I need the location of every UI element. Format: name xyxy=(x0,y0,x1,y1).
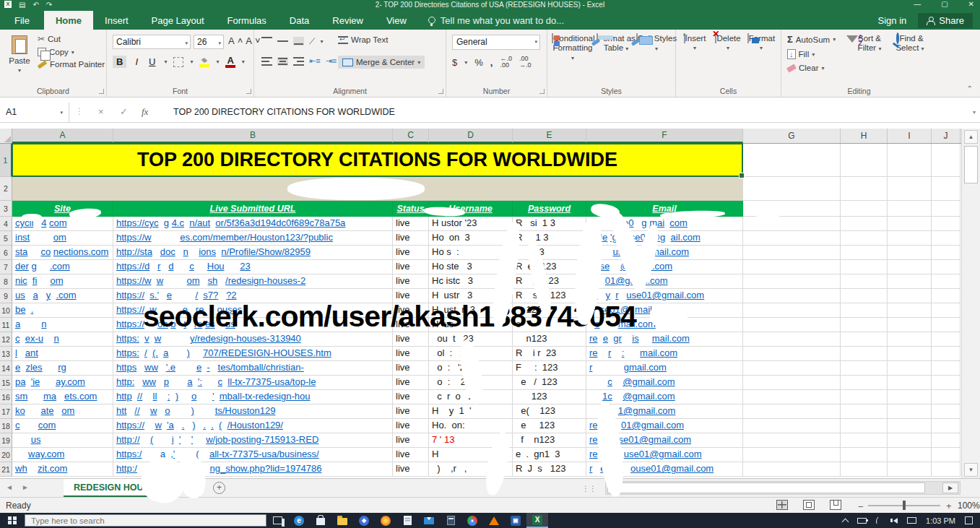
empty-cell[interactable] xyxy=(932,347,961,361)
name-box[interactable]: A1▾ xyxy=(0,103,69,122)
site-cell[interactable]: us xyxy=(12,433,113,448)
conditional-formatting-button[interactable]: Conditional Formatting ▾ xyxy=(552,34,594,63)
bold-button[interactable]: B xyxy=(113,56,126,68)
borders-button[interactable] xyxy=(173,57,183,67)
url-cell[interactable]: https:// w 'a . ) . . ( /Houston129/ xyxy=(113,419,393,433)
column-header-D[interactable]: D xyxy=(429,129,513,143)
chrome-button[interactable] xyxy=(461,513,483,528)
empty-cell[interactable] xyxy=(932,201,961,217)
row-header-10[interactable]: 10 xyxy=(0,303,12,318)
row-header-14[interactable]: 14 xyxy=(0,361,12,376)
empty-cell[interactable] xyxy=(743,144,841,177)
site-cell[interactable]: be . xyxy=(12,303,113,318)
row-header-8[interactable]: 8 xyxy=(0,274,12,289)
email-cell[interactable]: c @gmail.com xyxy=(586,376,743,390)
number-dialog-launcher[interactable] xyxy=(539,89,545,94)
empty-cell[interactable] xyxy=(888,390,932,404)
row-header-16[interactable]: 16 xyxy=(0,390,12,404)
status-cell[interactable]: live xyxy=(393,347,429,361)
empty-cell[interactable] xyxy=(841,419,888,433)
status-cell[interactable]: live xyxy=(393,404,429,419)
file-explorer-button[interactable] xyxy=(331,513,353,528)
cut-button[interactable]: ✂Cut xyxy=(38,34,105,44)
font-dialog-launcher[interactable] xyxy=(246,89,251,94)
empty-cell[interactable] xyxy=(888,332,932,347)
empty-cell[interactable] xyxy=(743,318,841,332)
firefox-button[interactable] xyxy=(375,513,396,528)
password-cell[interactable]: n123 xyxy=(513,332,586,347)
format-cells-button[interactable]: Format▾ xyxy=(745,34,777,51)
site-cell[interactable]: inst om xyxy=(12,231,113,246)
accounting-format-button[interactable]: $ xyxy=(452,57,457,68)
empty-cell[interactable] xyxy=(841,231,888,246)
scroll-down-icon[interactable]: ▼ xyxy=(964,463,978,477)
confirm-entry-icon[interactable]: ✓ xyxy=(120,106,128,117)
password-cell[interactable]: e( 123 xyxy=(513,404,586,419)
email-cell[interactable]: re use0 g mai com xyxy=(586,217,743,231)
empty-cell[interactable] xyxy=(743,390,841,404)
share-button[interactable]: Share xyxy=(918,13,973,28)
empty-cell[interactable] xyxy=(888,231,932,246)
empty-cell[interactable] xyxy=(932,144,961,177)
empty-cell[interactable] xyxy=(841,332,888,347)
empty-cell[interactable] xyxy=(743,246,841,260)
task-view-button[interactable] xyxy=(266,513,288,528)
status-cell[interactable]: live xyxy=(393,419,429,433)
row-header-19[interactable]: 19 xyxy=(0,433,12,448)
status-cell[interactable]: live xyxy=(393,274,429,289)
empty-cell[interactable] xyxy=(743,332,841,347)
empty-cell[interactable] xyxy=(932,448,961,462)
empty-cell[interactable] xyxy=(743,462,841,477)
column-header-G[interactable]: G xyxy=(743,129,841,143)
empty-cell[interactable] xyxy=(932,433,961,448)
password-cell[interactable]: e 123 xyxy=(513,419,586,433)
calculator-button[interactable] xyxy=(440,513,461,528)
empty-cell[interactable] xyxy=(932,390,961,404)
maps-button[interactable]: ◈ xyxy=(353,513,375,528)
empty-cell[interactable] xyxy=(888,260,932,274)
minimize-button[interactable]: — xyxy=(914,0,921,8)
copy-button[interactable]: Copy ▾ xyxy=(38,48,105,56)
store-button[interactable] xyxy=(310,513,331,528)
italic-button[interactable]: I xyxy=(133,56,140,68)
insert-cells-button[interactable]: Insert▾ xyxy=(679,34,711,51)
row-header-1[interactable]: 1 xyxy=(0,144,12,177)
empty-cell[interactable] xyxy=(841,246,888,260)
empty-cell[interactable] xyxy=(932,177,961,201)
scroll-right-icon[interactable]: ▶ xyxy=(942,482,958,493)
tell-me-box[interactable]: Tell me what you want to do... xyxy=(418,11,564,30)
increase-indent-button[interactable]: ⇥≡ xyxy=(326,56,337,66)
url-cell[interactable]: http: ww p a ': c ll-tx-77375-usa/top-le xyxy=(113,376,393,390)
empty-cell[interactable] xyxy=(743,404,841,419)
empty-cell[interactable] xyxy=(841,361,888,376)
password-cell[interactable]: 123 xyxy=(513,390,586,404)
empty-cell[interactable] xyxy=(932,419,961,433)
site-cell[interactable]: e zles rg xyxy=(12,361,113,376)
empty-cell[interactable] xyxy=(932,289,961,303)
align-top-button[interactable] xyxy=(261,37,272,46)
autosum-button[interactable]: ΣAutoSum ▾ xyxy=(787,34,836,45)
font-name-select[interactable]: Calibri▾ xyxy=(113,35,191,49)
url-cell[interactable]: https://d r d c Hou 23 xyxy=(113,260,393,274)
row-header-20[interactable]: 20 xyxy=(0,448,12,462)
insert-function-icon[interactable]: fx xyxy=(142,106,148,118)
site-cell[interactable]: sta co nections.com xyxy=(12,246,113,260)
format-painter-button[interactable]: Format Painter xyxy=(38,60,105,69)
empty-cell[interactable] xyxy=(841,177,888,201)
cancel-entry-icon[interactable]: × xyxy=(98,106,104,117)
empty-cell[interactable] xyxy=(743,419,841,433)
row-header-9[interactable]: 9 xyxy=(0,289,12,303)
normal-view-icon[interactable] xyxy=(776,500,788,510)
url-cell[interactable]: http:// ( i ' ' w/job-posting-715913-RED xyxy=(113,433,393,448)
fill-color-button[interactable] xyxy=(199,58,209,66)
empty-cell[interactable] xyxy=(888,177,932,201)
status-cell[interactable]: live xyxy=(393,217,429,231)
taskbar-clock[interactable]: 1:03 PM xyxy=(926,516,955,525)
row-header-3[interactable]: 3 xyxy=(0,201,12,217)
empty-cell[interactable] xyxy=(841,462,888,477)
ribbon-tab-formulas[interactable]: Formulas xyxy=(216,11,278,30)
start-button[interactable] xyxy=(0,513,25,528)
empty-cell[interactable] xyxy=(888,347,932,361)
password-cell[interactable]: R si 1 3 xyxy=(513,217,586,231)
select-all-corner[interactable] xyxy=(0,129,12,143)
